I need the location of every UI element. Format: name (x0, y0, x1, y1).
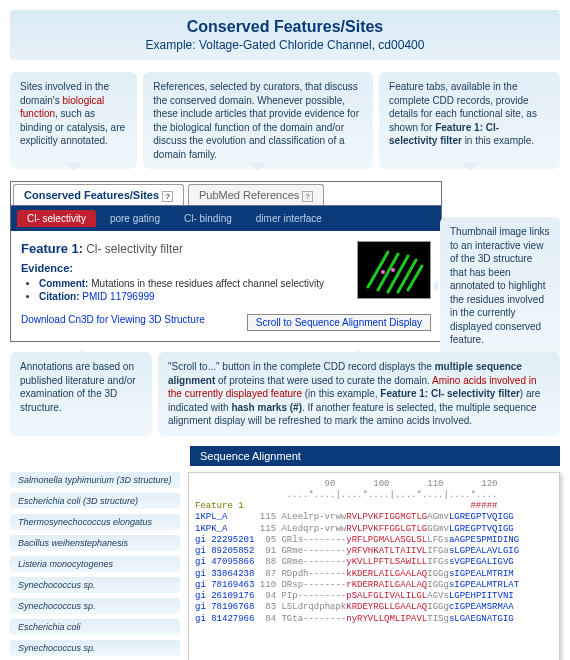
download-cn3d-link[interactable]: Download Cn3D for Viewing 3D Structure (21, 314, 205, 331)
callout-biological-function: Sites involved in the domain's biologica… (10, 72, 137, 169)
species-item: Listeria monocytogenes (10, 556, 180, 572)
species-list: Salmonella typhimurium (3D structure)Esc… (10, 472, 180, 661)
feature-name: Cl- selectivity filter (86, 242, 183, 256)
callout-annotations: Annotations are based on published liter… (10, 352, 152, 436)
svg-point-2 (391, 268, 395, 272)
page-title: Conserved Features/Sites (18, 18, 552, 36)
species-item: Synechococcus sp. (10, 640, 180, 656)
tab-conserved-features[interactable]: Conserved Features/Sites? (13, 184, 184, 205)
callout-thumbnail: Thumbnail image links to an interactive … (440, 217, 560, 355)
svg-point-1 (381, 270, 385, 274)
pmid-link[interactable]: PMID 11796999 (82, 291, 154, 302)
structure-thumbnail[interactable] (357, 241, 431, 299)
callout-feature-tabs: Feature tabs, available in the complete … (379, 72, 560, 169)
scroll-to-alignment-button[interactable]: Scroll to Sequence Alignment Display (247, 314, 431, 331)
subtab-cl-selectivity[interactable]: Cl- selectivity (17, 210, 96, 227)
subtab-dimer-interface[interactable]: dimer interface (246, 210, 332, 227)
evidence-citation: Citation: PMID 11796999 (39, 291, 347, 302)
sequence-alignment-band: Sequence Alignment (190, 446, 560, 466)
help-icon[interactable]: ? (162, 191, 173, 202)
evidence-comment: Comment: Mutations in these residues aff… (39, 278, 347, 289)
help-icon[interactable]: ? (302, 191, 312, 202)
features-panel: Conserved Features/Sites? PubMed Referen… (10, 181, 442, 342)
evidence-heading: Evidence: (21, 262, 347, 274)
species-item: Thermosynechococcus elongatus (10, 514, 180, 530)
species-item: Synechococcus sp. (10, 598, 180, 614)
alignment-display: 90 100 110 120 ....*....|....*....|....*… (188, 472, 560, 661)
species-item: Escherichia coli (10, 619, 180, 635)
feature-number: Feature 1: (21, 241, 83, 256)
tab-pubmed-references[interactable]: PubMed References? (188, 184, 324, 205)
page-subtitle: Example: Voltage-Gated Chloride Channel,… (18, 38, 552, 52)
header-band: Conserved Features/Sites Example: Voltag… (10, 10, 560, 60)
species-item: Synechococcus sp. (10, 577, 180, 593)
callout-references: References, selected by curators, that d… (143, 72, 373, 169)
subtab-cl-binding[interactable]: Cl- binding (174, 210, 242, 227)
species-item: Salmonella typhimurium (3D structure) (10, 472, 180, 488)
species-item: Bacillus weihenstephanesis (10, 535, 180, 551)
species-item: Escherichia coli (3D structure) (10, 493, 180, 509)
subtab-pore-gating[interactable]: pore gating (100, 210, 170, 227)
callout-scroll-to: "Scroll to..." button in the complete CD… (158, 352, 560, 436)
feature-subtabs: Cl- selectivity pore gating Cl- binding … (11, 206, 441, 231)
outer-tabs: Conserved Features/Sites? PubMed Referen… (11, 182, 441, 206)
